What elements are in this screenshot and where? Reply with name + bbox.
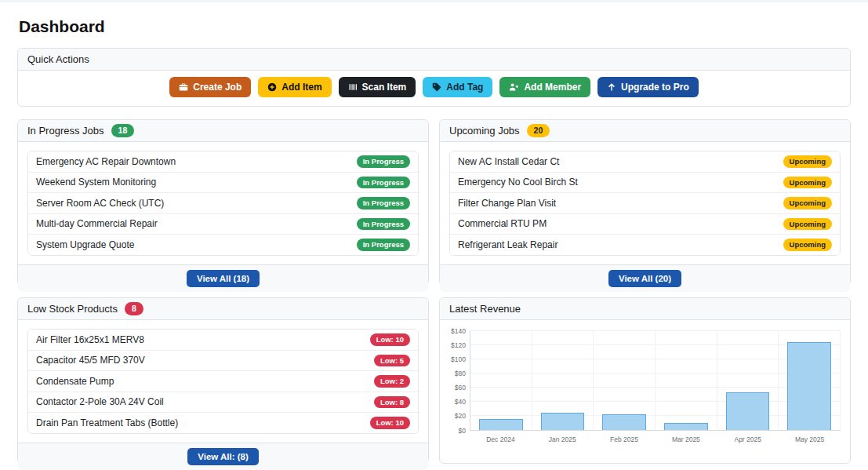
upgrade-to-pro-button[interactable]: Upgrade to Pro: [597, 77, 699, 97]
button-label: Upgrade to Pro: [621, 82, 689, 93]
in-progress-jobs-list: Emergency AC Repair DowntownIn ProgressW…: [27, 151, 419, 256]
revenue-bar: [602, 414, 646, 430]
status-badge: In Progress: [357, 197, 410, 209]
quick-actions-card: Quick Actions Create JobAdd ItemScan Ite…: [17, 48, 851, 107]
chart-column: [470, 331, 532, 430]
list-item-label: Emergency AC Repair Downtown: [36, 156, 176, 167]
status-badge: Upcoming: [783, 197, 832, 209]
create-job-button[interactable]: Create Job: [169, 77, 251, 97]
list-item-label: Multi-day Commercial Repair: [36, 218, 158, 229]
panels-grid: In Progress Jobs 18 Emergency AC Repair …: [17, 119, 851, 464]
status-badge: Upcoming: [783, 218, 832, 231]
in-progress-jobs-card: In Progress Jobs 18 Emergency AC Repair …: [17, 119, 429, 286]
status-badge: In Progress: [357, 177, 410, 189]
status-badge: Low: 10: [370, 333, 410, 346]
list-item-label: Contactor 2-Pole 30A 24V Coil: [36, 396, 164, 407]
y-axis-tick-label: $60: [455, 384, 466, 392]
list-item: Air Filter 16x25x1 MERV8Low: 10: [28, 330, 418, 351]
dashboard-page: Dashboard Quick Actions Create JobAdd It…: [0, 2, 868, 464]
chart-column: [594, 331, 656, 430]
add-tag-button[interactable]: Add Tag: [423, 77, 492, 97]
add-member-button[interactable]: Add Member: [499, 77, 590, 97]
chart-columns: [470, 331, 841, 430]
y-axis-tick-label: $0: [459, 428, 466, 435]
status-badge: Upcoming: [783, 155, 832, 168]
revenue-bar: [726, 392, 770, 430]
list-item-label: New AC Install Cedar Ct: [458, 156, 559, 167]
add-item-button[interactable]: Add Item: [258, 77, 331, 97]
x-axis-tick-label: Apr 2025: [717, 435, 779, 443]
low-stock-count-badge: 8: [125, 302, 143, 315]
button-label: Scan Item: [362, 82, 407, 93]
chart-column: [717, 331, 779, 430]
list-item-label: Weekend System Monitoring: [36, 177, 156, 188]
status-badge: Upcoming: [783, 177, 832, 189]
revenue-bar: [479, 419, 523, 430]
view-all-upcoming-button[interactable]: View All (20): [608, 270, 681, 287]
list-item-label: Capacitor 45/5 MFD 370V: [36, 355, 145, 366]
y-axis-tick-label: $40: [455, 399, 466, 406]
upcoming-jobs-list: New AC Install Cedar CtUpcomingEmergency…: [449, 151, 841, 256]
list-item-label: Air Filter 16x25x1 MERV8: [36, 334, 144, 345]
list-item: Condensate PumpLow: 2: [28, 371, 418, 392]
button-label: Add Tag: [446, 82, 483, 93]
revenue-chart-plot-area: [470, 331, 841, 431]
y-axis-tick-label: $100: [451, 356, 466, 363]
list-item-label: Condensate Pump: [36, 376, 114, 387]
y-axis-tick-label: $80: [455, 370, 466, 377]
tag-icon: [432, 82, 441, 92]
list-item: Emergency No Cool Birch StUpcoming: [450, 173, 840, 194]
revenue-chart-y-axis: $0$20$40$60$80$100$120$140: [445, 331, 470, 431]
x-axis-tick-label: Dec 2024: [470, 435, 532, 443]
revenue-bar: [787, 342, 831, 431]
y-axis-tick-label: $20: [455, 414, 466, 421]
revenue-bar: [541, 413, 585, 430]
revenue-chart-x-axis: Dec 2024Jan 2025Feb 2025Mar 2025Apr 2025…: [470, 431, 841, 443]
revenue-chart-main: $0$20$40$60$80$100$120$140: [445, 331, 841, 431]
low-stock-products-body: Air Filter 16x25x1 MERV8Low: 10Capacitor…: [18, 320, 428, 443]
scan-item-button[interactable]: Scan Item: [339, 77, 416, 97]
list-item: Emergency AC Repair DowntownIn Progress: [28, 151, 418, 173]
upcoming-jobs-body: New AC Install Cedar CtUpcomingEmergency…: [440, 142, 850, 264]
in-progress-jobs-header: In Progress Jobs 18: [18, 120, 428, 142]
upcoming-count-badge: 20: [527, 124, 550, 137]
status-badge: In Progress: [357, 218, 410, 231]
button-label: Add Member: [524, 82, 581, 93]
page-title: Dashboard: [19, 17, 851, 36]
view-all-low-stock-button[interactable]: View All: (8): [187, 448, 259, 465]
list-item: Refrigerant Leak RepairUpcoming: [450, 235, 840, 255]
revenue-chart: $0$20$40$60$80$100$120$140 Dec 2024Jan 2…: [440, 320, 850, 448]
chart-column: [779, 331, 841, 430]
plus-circle-icon: [267, 82, 277, 92]
list-item: Filter Change Plan VisitUpcoming: [450, 193, 840, 214]
upcoming-jobs-header: Upcoming Jobs 20: [440, 120, 850, 142]
upcoming-jobs-title: Upcoming Jobs: [449, 125, 520, 137]
y-axis-tick-label: $120: [451, 342, 466, 349]
barcode-icon: [348, 82, 358, 92]
button-label: Create Job: [193, 82, 242, 93]
low-stock-products-footer: View All: (8): [18, 443, 428, 470]
latest-revenue-card: Latest Revenue $0$20$40$60$80$100$120$14…: [439, 297, 851, 464]
quick-actions-title: Quick Actions: [27, 53, 89, 65]
list-item-label: Refrigerant Leak Repair: [458, 239, 557, 250]
list-item-label: Emergency No Cool Birch St: [458, 177, 578, 188]
status-badge: Low: 5: [374, 355, 410, 367]
low-stock-products-list: Air Filter 16x25x1 MERV8Low: 10Capacitor…: [27, 329, 419, 434]
list-item-label: Commercial RTU PM: [458, 218, 547, 229]
view-all-in-progress-button[interactable]: View All (18): [187, 270, 260, 287]
list-item: System Upgrade QuoteIn Progress: [28, 235, 418, 255]
list-item-label: Filter Change Plan Visit: [458, 198, 556, 209]
list-item: Contactor 2-Pole 30A 24V CoilLow: 8: [28, 392, 418, 414]
quick-actions-header: Quick Actions: [18, 49, 850, 71]
list-item-label: System Upgrade Quote: [36, 239, 134, 250]
x-axis-tick-label: Jan 2025: [532, 435, 594, 443]
x-axis-tick-label: Mar 2025: [655, 435, 717, 443]
low-stock-products-header: Low Stock Products 8: [18, 298, 428, 320]
status-badge: Low: 8: [374, 396, 410, 409]
low-stock-products-card: Low Stock Products 8 Air Filter 16x25x1 …: [17, 297, 429, 464]
status-badge: Upcoming: [783, 239, 832, 251]
y-axis-tick-label: $140: [451, 328, 466, 335]
x-axis-tick-label: May 2025: [779, 435, 841, 443]
list-item-label: Drain Pan Treatment Tabs (Bottle): [36, 417, 178, 428]
button-label: Add Item: [281, 82, 321, 93]
